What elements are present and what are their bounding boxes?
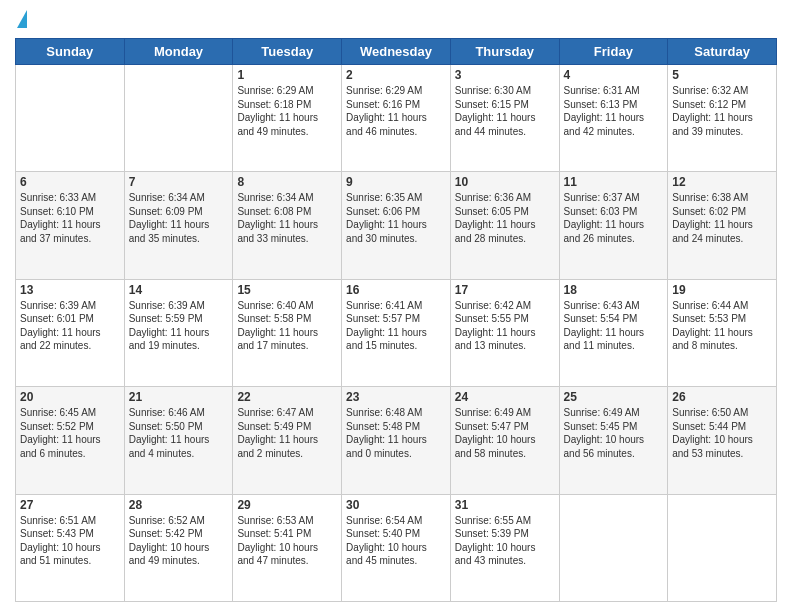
calendar-cell: 11Sunrise: 6:37 AM Sunset: 6:03 PM Dayli… xyxy=(559,172,668,279)
day-number: 9 xyxy=(346,175,446,189)
day-info: Sunrise: 6:36 AM Sunset: 6:05 PM Dayligh… xyxy=(455,191,555,245)
calendar-week-3: 13Sunrise: 6:39 AM Sunset: 6:01 PM Dayli… xyxy=(16,279,777,386)
day-number: 15 xyxy=(237,283,337,297)
day-number: 4 xyxy=(564,68,664,82)
day-number: 8 xyxy=(237,175,337,189)
day-number: 30 xyxy=(346,498,446,512)
day-info: Sunrise: 6:52 AM Sunset: 5:42 PM Dayligh… xyxy=(129,514,229,568)
calendar-cell: 9Sunrise: 6:35 AM Sunset: 6:06 PM Daylig… xyxy=(342,172,451,279)
calendar-cell: 17Sunrise: 6:42 AM Sunset: 5:55 PM Dayli… xyxy=(450,279,559,386)
calendar-cell: 26Sunrise: 6:50 AM Sunset: 5:44 PM Dayli… xyxy=(668,387,777,494)
calendar-cell: 20Sunrise: 6:45 AM Sunset: 5:52 PM Dayli… xyxy=(16,387,125,494)
day-info: Sunrise: 6:53 AM Sunset: 5:41 PM Dayligh… xyxy=(237,514,337,568)
calendar-cell: 19Sunrise: 6:44 AM Sunset: 5:53 PM Dayli… xyxy=(668,279,777,386)
calendar-cell: 30Sunrise: 6:54 AM Sunset: 5:40 PM Dayli… xyxy=(342,494,451,601)
logo xyxy=(15,10,27,30)
day-info: Sunrise: 6:39 AM Sunset: 6:01 PM Dayligh… xyxy=(20,299,120,353)
day-number: 14 xyxy=(129,283,229,297)
day-info: Sunrise: 6:29 AM Sunset: 6:16 PM Dayligh… xyxy=(346,84,446,138)
day-number: 28 xyxy=(129,498,229,512)
calendar-cell: 6Sunrise: 6:33 AM Sunset: 6:10 PM Daylig… xyxy=(16,172,125,279)
day-number: 11 xyxy=(564,175,664,189)
day-number: 1 xyxy=(237,68,337,82)
day-number: 19 xyxy=(672,283,772,297)
day-number: 27 xyxy=(20,498,120,512)
day-number: 10 xyxy=(455,175,555,189)
day-info: Sunrise: 6:30 AM Sunset: 6:15 PM Dayligh… xyxy=(455,84,555,138)
day-number: 6 xyxy=(20,175,120,189)
day-info: Sunrise: 6:48 AM Sunset: 5:48 PM Dayligh… xyxy=(346,406,446,460)
day-info: Sunrise: 6:51 AM Sunset: 5:43 PM Dayligh… xyxy=(20,514,120,568)
day-number: 22 xyxy=(237,390,337,404)
calendar-cell xyxy=(124,65,233,172)
day-info: Sunrise: 6:46 AM Sunset: 5:50 PM Dayligh… xyxy=(129,406,229,460)
day-number: 26 xyxy=(672,390,772,404)
calendar-cell: 18Sunrise: 6:43 AM Sunset: 5:54 PM Dayli… xyxy=(559,279,668,386)
day-info: Sunrise: 6:50 AM Sunset: 5:44 PM Dayligh… xyxy=(672,406,772,460)
calendar-cell: 8Sunrise: 6:34 AM Sunset: 6:08 PM Daylig… xyxy=(233,172,342,279)
calendar-cell: 25Sunrise: 6:49 AM Sunset: 5:45 PM Dayli… xyxy=(559,387,668,494)
day-number: 25 xyxy=(564,390,664,404)
calendar-cell: 28Sunrise: 6:52 AM Sunset: 5:42 PM Dayli… xyxy=(124,494,233,601)
day-info: Sunrise: 6:34 AM Sunset: 6:08 PM Dayligh… xyxy=(237,191,337,245)
day-number: 31 xyxy=(455,498,555,512)
col-header-wednesday: Wednesday xyxy=(342,39,451,65)
calendar-cell xyxy=(559,494,668,601)
day-info: Sunrise: 6:49 AM Sunset: 5:45 PM Dayligh… xyxy=(564,406,664,460)
calendar-cell: 15Sunrise: 6:40 AM Sunset: 5:58 PM Dayli… xyxy=(233,279,342,386)
calendar-cell: 14Sunrise: 6:39 AM Sunset: 5:59 PM Dayli… xyxy=(124,279,233,386)
day-number: 24 xyxy=(455,390,555,404)
calendar-cell: 3Sunrise: 6:30 AM Sunset: 6:15 PM Daylig… xyxy=(450,65,559,172)
calendar-week-4: 20Sunrise: 6:45 AM Sunset: 5:52 PM Dayli… xyxy=(16,387,777,494)
calendar-cell: 24Sunrise: 6:49 AM Sunset: 5:47 PM Dayli… xyxy=(450,387,559,494)
day-info: Sunrise: 6:37 AM Sunset: 6:03 PM Dayligh… xyxy=(564,191,664,245)
calendar-week-1: 1Sunrise: 6:29 AM Sunset: 6:18 PM Daylig… xyxy=(16,65,777,172)
calendar-cell: 5Sunrise: 6:32 AM Sunset: 6:12 PM Daylig… xyxy=(668,65,777,172)
calendar-cell: 16Sunrise: 6:41 AM Sunset: 5:57 PM Dayli… xyxy=(342,279,451,386)
calendar-cell xyxy=(668,494,777,601)
calendar-cell: 27Sunrise: 6:51 AM Sunset: 5:43 PM Dayli… xyxy=(16,494,125,601)
day-info: Sunrise: 6:31 AM Sunset: 6:13 PM Dayligh… xyxy=(564,84,664,138)
calendar-cell: 21Sunrise: 6:46 AM Sunset: 5:50 PM Dayli… xyxy=(124,387,233,494)
calendar-cell: 10Sunrise: 6:36 AM Sunset: 6:05 PM Dayli… xyxy=(450,172,559,279)
logo-triangle-icon xyxy=(17,10,27,28)
calendar-week-5: 27Sunrise: 6:51 AM Sunset: 5:43 PM Dayli… xyxy=(16,494,777,601)
calendar-cell: 4Sunrise: 6:31 AM Sunset: 6:13 PM Daylig… xyxy=(559,65,668,172)
calendar-header-row: SundayMondayTuesdayWednesdayThursdayFrid… xyxy=(16,39,777,65)
day-number: 23 xyxy=(346,390,446,404)
day-info: Sunrise: 6:47 AM Sunset: 5:49 PM Dayligh… xyxy=(237,406,337,460)
calendar-cell xyxy=(16,65,125,172)
day-number: 20 xyxy=(20,390,120,404)
page: SundayMondayTuesdayWednesdayThursdayFrid… xyxy=(0,0,792,612)
calendar-cell: 12Sunrise: 6:38 AM Sunset: 6:02 PM Dayli… xyxy=(668,172,777,279)
calendar-cell: 29Sunrise: 6:53 AM Sunset: 5:41 PM Dayli… xyxy=(233,494,342,601)
col-header-monday: Monday xyxy=(124,39,233,65)
calendar-cell: 2Sunrise: 6:29 AM Sunset: 6:16 PM Daylig… xyxy=(342,65,451,172)
day-number: 16 xyxy=(346,283,446,297)
calendar-cell: 7Sunrise: 6:34 AM Sunset: 6:09 PM Daylig… xyxy=(124,172,233,279)
day-info: Sunrise: 6:32 AM Sunset: 6:12 PM Dayligh… xyxy=(672,84,772,138)
day-number: 13 xyxy=(20,283,120,297)
day-info: Sunrise: 6:40 AM Sunset: 5:58 PM Dayligh… xyxy=(237,299,337,353)
day-number: 21 xyxy=(129,390,229,404)
day-info: Sunrise: 6:39 AM Sunset: 5:59 PM Dayligh… xyxy=(129,299,229,353)
day-info: Sunrise: 6:33 AM Sunset: 6:10 PM Dayligh… xyxy=(20,191,120,245)
day-number: 12 xyxy=(672,175,772,189)
calendar-cell: 13Sunrise: 6:39 AM Sunset: 6:01 PM Dayli… xyxy=(16,279,125,386)
day-info: Sunrise: 6:49 AM Sunset: 5:47 PM Dayligh… xyxy=(455,406,555,460)
day-info: Sunrise: 6:41 AM Sunset: 5:57 PM Dayligh… xyxy=(346,299,446,353)
calendar-cell: 31Sunrise: 6:55 AM Sunset: 5:39 PM Dayli… xyxy=(450,494,559,601)
calendar-cell: 1Sunrise: 6:29 AM Sunset: 6:18 PM Daylig… xyxy=(233,65,342,172)
day-number: 17 xyxy=(455,283,555,297)
day-number: 18 xyxy=(564,283,664,297)
day-info: Sunrise: 6:34 AM Sunset: 6:09 PM Dayligh… xyxy=(129,191,229,245)
day-info: Sunrise: 6:43 AM Sunset: 5:54 PM Dayligh… xyxy=(564,299,664,353)
day-number: 2 xyxy=(346,68,446,82)
day-info: Sunrise: 6:38 AM Sunset: 6:02 PM Dayligh… xyxy=(672,191,772,245)
col-header-thursday: Thursday xyxy=(450,39,559,65)
col-header-saturday: Saturday xyxy=(668,39,777,65)
calendar-cell: 22Sunrise: 6:47 AM Sunset: 5:49 PM Dayli… xyxy=(233,387,342,494)
day-info: Sunrise: 6:29 AM Sunset: 6:18 PM Dayligh… xyxy=(237,84,337,138)
day-info: Sunrise: 6:55 AM Sunset: 5:39 PM Dayligh… xyxy=(455,514,555,568)
day-info: Sunrise: 6:44 AM Sunset: 5:53 PM Dayligh… xyxy=(672,299,772,353)
